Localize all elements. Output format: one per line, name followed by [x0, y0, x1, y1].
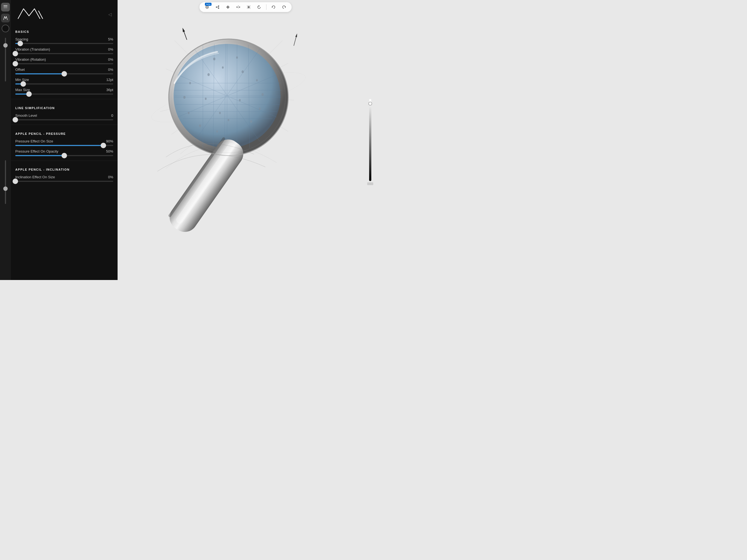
svg-marker-29	[182, 27, 185, 32]
spacing-label-row: Spacing 5%	[15, 37, 113, 41]
right-color-slider[interactable]	[369, 99, 371, 181]
apple-pencil-inclination-section: APPLE PENCIL - INCLINATION Inclination E…	[11, 163, 118, 183]
size-thumb[interactable]	[3, 186, 8, 191]
min-size-thumb[interactable]	[21, 81, 26, 87]
smooth-level-thumb[interactable]	[12, 117, 18, 123]
inclination-size-thumb[interactable]	[12, 179, 18, 184]
svg-point-57	[189, 82, 191, 84]
spacing-thumb[interactable]	[18, 41, 23, 46]
smooth-level-label: Smooth Level	[15, 113, 37, 118]
svg-point-58	[236, 56, 238, 58]
svg-rect-1	[4, 6, 7, 8]
basics-title: BASICS	[11, 26, 118, 35]
pressure-opacity-label: Pressure Effect On Opacity	[15, 149, 58, 153]
pressure-size-thumb[interactable]	[101, 143, 106, 148]
basics-section: BASICS Spacing 5% Vibration (Translation…	[11, 26, 118, 96]
svg-point-49	[256, 79, 258, 81]
vibration-translation-track[interactable]	[15, 53, 113, 54]
redo-button[interactable]	[281, 4, 287, 10]
svg-point-46	[208, 73, 210, 76]
pressure-size-track[interactable]	[15, 145, 113, 146]
apple-pencil-pressure-title: APPLE PENCIL - PRESSURE	[11, 128, 118, 137]
left-sidebar	[0, 0, 11, 280]
color-gradient-track[interactable]	[369, 99, 371, 181]
color-swatch[interactable]	[2, 25, 9, 32]
min-size-track[interactable]	[15, 83, 113, 84]
pressure-size-label-row: Pressure Effect On Size 90%	[15, 139, 113, 143]
smooth-level-track[interactable]	[15, 119, 113, 120]
max-size-thumb[interactable]	[26, 91, 32, 97]
inclination-size-track[interactable]	[15, 181, 113, 182]
pressure-opacity-fill	[15, 155, 64, 156]
vibration-rotation-thumb[interactable]	[12, 61, 18, 67]
line-simplification-title: LINE SIMPLIFICATION	[11, 102, 118, 112]
node-tool-button[interactable]	[214, 4, 221, 10]
color-slider-white-thumb[interactable]	[368, 102, 372, 105]
svg-point-62	[205, 98, 206, 100]
svg-point-55	[188, 112, 189, 114]
svg-line-13	[247, 5, 249, 7]
canvas-area[interactable]: beta	[118, 0, 374, 280]
pressure-opacity-slider-row: Pressure Effect On Opacity 50%	[11, 148, 118, 158]
spacing-track[interactable]	[15, 43, 113, 44]
pressure-size-value: 90%	[106, 139, 113, 143]
opacity-track	[5, 38, 6, 81]
mirror-tool-button[interactable]	[235, 4, 242, 10]
vectornator-logo-icon[interactable]	[1, 14, 10, 22]
size-track	[5, 160, 6, 204]
svg-rect-0	[4, 5, 7, 6]
svg-point-60	[228, 119, 229, 121]
spacing-label: Spacing	[15, 37, 28, 41]
shower-svg	[118, 0, 374, 280]
pressure-opacity-thumb[interactable]	[61, 153, 67, 158]
panel-logo	[15, 5, 59, 23]
min-size-value: 12pt	[106, 78, 113, 82]
pressure-size-fill	[15, 145, 103, 146]
offset-thumb[interactable]	[61, 71, 67, 77]
vibration-rotation-track[interactable]	[15, 63, 113, 64]
cursor-arrow-1	[182, 27, 188, 40]
line-simplification-section: LINE SIMPLIFICATION Smooth Level 0	[11, 102, 118, 122]
svg-point-56	[183, 96, 185, 99]
rotate-tool-button[interactable]	[256, 4, 262, 10]
offset-value: 0%	[108, 68, 113, 72]
panel-collapse-button[interactable]: ◁	[107, 11, 113, 18]
vibration-rotation-slider-row: Vibration (Rotation) 0%	[11, 56, 118, 66]
color-slider-bottom-thumb[interactable]	[367, 182, 373, 185]
layers-icon[interactable]	[1, 3, 10, 11]
svg-point-59	[213, 57, 215, 60]
spacing-slider-row: Spacing 5%	[11, 35, 118, 46]
undo-button[interactable]	[271, 4, 277, 10]
inclination-size-label-row: Inclination Effect On Size 0%	[15, 175, 113, 179]
transform-tool-button[interactable]	[225, 4, 231, 10]
symmetry-tool-button[interactable]	[246, 4, 252, 10]
svg-line-14	[249, 7, 251, 9]
vibration-translation-value: 0%	[108, 47, 113, 51]
svg-point-53	[216, 130, 218, 133]
min-size-label-row: Min Size 12pt	[15, 78, 113, 82]
offset-track[interactable]	[15, 73, 113, 74]
opacity-slider-container	[5, 34, 6, 155]
vibration-rotation-label-row: Vibration (Rotation) 0%	[15, 57, 113, 61]
vibration-translation-slider-row: Vibration (Translation) 0%	[11, 46, 118, 56]
pressure-opacity-track[interactable]	[15, 155, 113, 156]
max-size-track[interactable]	[15, 94, 113, 95]
opacity-thumb[interactable]	[3, 43, 8, 48]
smooth-level-label-row: Smooth Level 0	[15, 113, 113, 118]
vibration-translation-thumb[interactable]	[12, 51, 18, 56]
svg-point-63	[219, 112, 221, 114]
pen-tool-container: beta	[204, 4, 210, 10]
beta-badge: beta	[205, 3, 212, 6]
pressure-size-label: Pressure Effect On Size	[15, 139, 53, 143]
smooth-level-value: 0	[111, 113, 113, 118]
svg-point-51	[259, 107, 261, 110]
vibration-rotation-label: Vibration (Rotation)	[15, 57, 46, 61]
inclination-size-slider-row: Inclination Effect On Size 0%	[11, 173, 118, 183]
inclination-size-label: Inclination Effect On Size	[15, 175, 55, 179]
offset-label: Offset	[15, 68, 25, 72]
svg-point-47	[222, 67, 224, 69]
svg-marker-31	[295, 33, 298, 37]
max-size-value: 36pt	[106, 88, 113, 92]
svg-rect-65	[175, 142, 236, 225]
cursor-arrow-2	[293, 33, 298, 46]
